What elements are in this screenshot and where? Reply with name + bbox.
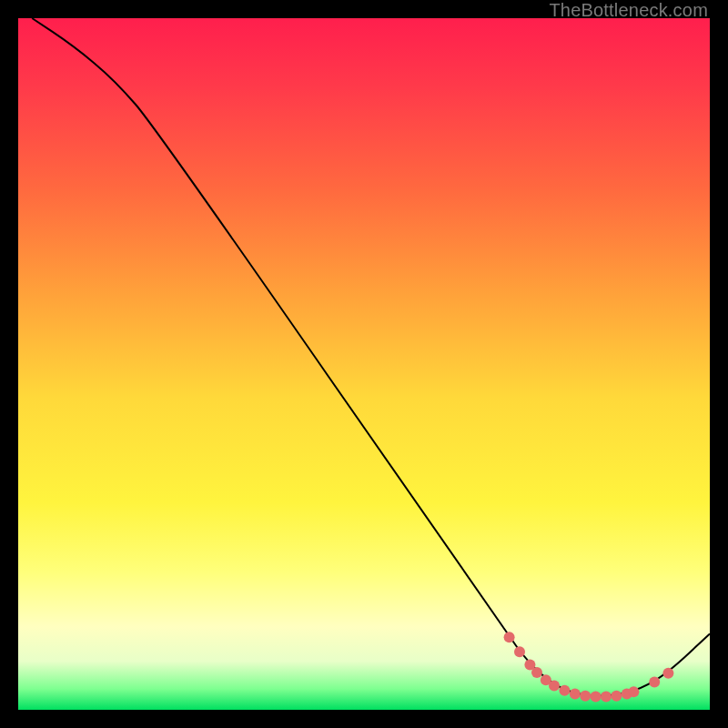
chart-frame: TheBottleneck.com <box>0 0 728 728</box>
highlight-dot <box>662 668 673 679</box>
highlight-dot <box>611 691 622 702</box>
bottleneck-curve <box>32 18 710 696</box>
highlight-dot <box>514 646 525 657</box>
highlight-dot <box>580 691 591 702</box>
highlight-dot <box>628 686 639 697</box>
highlight-dot <box>549 680 560 691</box>
highlight-dots <box>504 632 674 702</box>
highlight-dot <box>649 677 660 688</box>
curve-svg <box>18 18 710 710</box>
highlight-dot <box>504 632 515 642</box>
highlight-dot <box>570 689 581 700</box>
highlight-dot <box>559 685 570 696</box>
highlight-dot <box>531 667 542 678</box>
highlight-dot <box>601 692 612 703</box>
highlight-dot <box>591 692 602 703</box>
plot-area <box>18 18 710 710</box>
